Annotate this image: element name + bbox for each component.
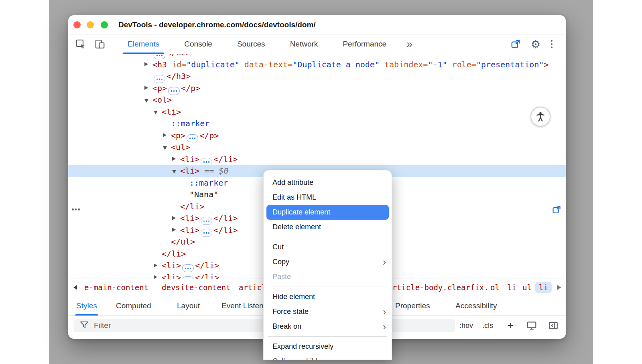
sidebar-tab-computed[interactable]: Computed <box>116 296 151 315</box>
panel-tab-label: Elements <box>128 40 159 49</box>
menu-item-expand-recursively[interactable]: Expand recursively <box>264 339 392 354</box>
breadcrumb-item[interactable]: li <box>507 279 516 296</box>
menu-separator <box>268 287 387 287</box>
element-picker-active-icon[interactable] <box>510 39 521 49</box>
menu-item-cut[interactable]: Cut <box>264 240 392 255</box>
dom-tree-row[interactable]: <ul> <box>68 142 566 154</box>
menu-item-duplicate-element[interactable]: Duplicate element <box>266 205 389 220</box>
panel-tab-sources[interactable]: Sources <box>227 34 276 54</box>
dom-tree-row[interactable]: <h3 id="duplicate" data-text="Duplicate … <box>68 59 566 71</box>
breadcrumb-item[interactable]: article-body.clearfix. <box>388 279 489 296</box>
collapse-triangle-icon[interactable] <box>163 146 167 150</box>
expand-triangle-icon[interactable] <box>172 216 176 220</box>
sidebar-tab-label: Accessibility <box>455 301 497 310</box>
close-button[interactable] <box>73 21 81 28</box>
code-token-attr: role= <box>447 60 476 69</box>
dom-tree-row[interactable]: </h2> <box>68 54 566 59</box>
scroll-into-view-icon[interactable] <box>552 205 561 214</box>
code-token-tag: <li> <box>162 107 181 117</box>
minimize-button[interactable] <box>87 21 94 28</box>
sidebar-tab-label: Layout <box>177 301 200 310</box>
breadcrumb-scroll-left-icon[interactable] <box>68 279 82 296</box>
menu-item-label: Break on <box>272 322 301 331</box>
code-token-tag: </li> <box>213 213 238 223</box>
breadcrumb-item[interactable]: e-main-content <box>84 279 148 296</box>
breadcrumb-item[interactable]: ul <box>522 279 532 296</box>
inline-expand-ellipsis-icon[interactable] <box>187 134 198 142</box>
dom-tree-row[interactable]: <p></p> <box>68 130 566 142</box>
menu-item-edit-as-html[interactable]: Edit as HTML <box>264 190 392 205</box>
sidebar-tab-properties[interactable]: Properties <box>395 296 430 315</box>
menu-item-add-attribute[interactable]: Add attribute <box>264 175 392 190</box>
expand-triangle-icon[interactable] <box>172 228 176 232</box>
expand-triangle-icon[interactable] <box>172 157 176 161</box>
breadcrumb-item[interactable]: devsite-content <box>162 279 231 296</box>
dom-tree-row[interactable]: <li> <box>68 106 566 118</box>
menu-item-force-state[interactable]: Force state <box>264 304 392 319</box>
new-style-rule-button[interactable]: + <box>507 316 514 335</box>
more-tabs-icon[interactable]: » <box>406 39 412 49</box>
menu-item-delete-element[interactable]: Delete element <box>264 220 392 235</box>
inline-expand-ellipsis-icon[interactable] <box>168 87 180 95</box>
menu-item-collapse-children[interactable]: Collapse children <box>264 354 392 360</box>
inline-expand-ellipsis-icon[interactable] <box>182 264 194 272</box>
expand-triangle-icon[interactable] <box>163 133 167 137</box>
kebab-menu-icon[interactable] <box>547 39 557 49</box>
inline-expand-ellipsis-icon[interactable] <box>154 75 165 83</box>
toggle-sidebar-icon[interactable] <box>548 320 559 331</box>
inline-expand-ellipsis-icon[interactable] <box>201 217 212 225</box>
zoom-button[interactable] <box>101 21 108 28</box>
code-token-tag: <li> <box>180 166 199 176</box>
sidebar-tab-layout[interactable]: Layout <box>177 296 200 315</box>
expand-triangle-icon[interactable] <box>154 263 157 267</box>
settings-gear-icon[interactable]: ⚙ <box>530 39 541 49</box>
dom-tree-row[interactable]: <ol> <box>68 94 566 106</box>
sidebar-tab-styles[interactable]: Styles <box>76 296 97 315</box>
dom-tree-row[interactable]: <li></li> <box>68 154 566 166</box>
devtools-toolbar: ElementsConsoleSourcesNetworkPerformance… <box>68 34 566 54</box>
row-options-dots-icon[interactable] <box>72 208 80 210</box>
toggle-pseudo-state-button[interactable]: :hov <box>459 316 473 335</box>
dom-tree-row[interactable]: <p></p> <box>68 83 566 95</box>
menu-item-label: Add attribute <box>272 178 313 187</box>
collapse-triangle-icon[interactable] <box>154 111 158 114</box>
expand-triangle-icon[interactable] <box>144 86 148 90</box>
submenu-chevron-icon <box>383 319 386 334</box>
breadcrumb-label: li <box>507 283 516 292</box>
device-toolbar-icon[interactable] <box>95 39 105 49</box>
dom-tree-row[interactable]: </h3> <box>68 71 566 83</box>
inline-expand-ellipsis-icon[interactable] <box>201 158 212 166</box>
expand-triangle-icon[interactable] <box>154 275 157 279</box>
panel-tab-console[interactable]: Console <box>174 34 223 54</box>
code-token-tag: <li> <box>180 154 199 164</box>
toggle-element-class-button[interactable]: .cls <box>482 316 493 335</box>
menu-item-break-on[interactable]: Break on <box>264 319 392 334</box>
code-token-attr: id= <box>167 60 186 69</box>
inspect-element-icon[interactable] <box>75 39 86 49</box>
menu-item-label: Paste <box>272 273 291 281</box>
menu-item-copy[interactable]: Copy <box>264 255 392 269</box>
menu-item-hide-element[interactable]: Hide element <box>264 289 392 304</box>
submenu-chevron-icon <box>383 255 386 269</box>
breadcrumb-item-selected[interactable]: li <box>535 279 552 296</box>
inline-expand-ellipsis-icon[interactable] <box>201 229 212 237</box>
sidebar-tab-accessibility[interactable]: Accessibility <box>455 296 497 315</box>
panel-tab-label: Sources <box>237 40 265 49</box>
collapse-triangle-icon[interactable] <box>144 99 148 103</box>
code-token-val: "Duplicate a node" <box>293 60 380 69</box>
breadcrumb-scroll-right-icon[interactable] <box>552 279 566 296</box>
breadcrumb-label: ul <box>522 283 532 292</box>
breadcrumb-item[interactable]: ol <box>490 279 500 296</box>
panel-tab-network[interactable]: Network <box>280 34 329 54</box>
collapse-triangle-icon[interactable] <box>172 170 176 174</box>
panel-tab-elements[interactable]: Elements <box>117 34 170 54</box>
rendering-emulation-icon[interactable] <box>526 320 537 331</box>
breadcrumb-label: ol <box>490 283 500 292</box>
expand-triangle-icon[interactable] <box>144 62 148 66</box>
panel-tab-performance[interactable]: Performance <box>332 34 397 54</box>
menu-item-paste: Paste <box>264 269 392 284</box>
dom-tree-row[interactable]: ::marker <box>68 118 566 130</box>
context-menu: Add attributeEdit as HTMLDuplicate eleme… <box>263 170 392 360</box>
code-token-val: "duplicate" <box>186 60 239 69</box>
accessibility-overlay-button[interactable] <box>530 107 551 127</box>
